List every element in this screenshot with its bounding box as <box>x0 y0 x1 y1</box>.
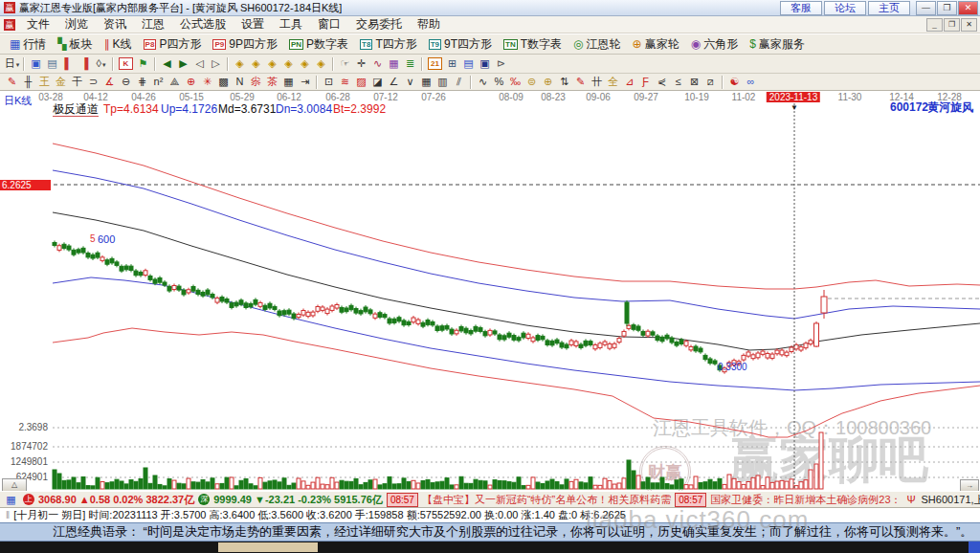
chart-window-icon[interactable]: ▣ <box>28 56 44 71</box>
infinity-icon[interactable]: ∞ <box>743 75 759 89</box>
data-transfer-icon[interactable]: ⊳ <box>493 56 509 71</box>
collapse-volume-button[interactable]: △ <box>2 478 27 491</box>
toolbar-p-square-button[interactable]: P8P四方形 <box>138 34 208 54</box>
mdi-restore-button[interactable]: ❐ <box>944 18 960 32</box>
toolbar-hexagon-button[interactable]: ◉六角形 <box>685 34 744 54</box>
chart-area[interactable]: 日K线03-2804-1204-2605-1505-2906-1206-2807… <box>0 91 980 491</box>
time-grid-icon[interactable]: ⋕ <box>134 75 150 89</box>
fan-lines-icon[interactable]: ≋ <box>337 75 353 89</box>
percentage-lines-icon[interactable]: 干 <box>69 75 85 89</box>
mdi-minimize-button[interactable]: _ <box>926 18 943 32</box>
angle-line-icon[interactable]: ∠ <box>386 75 402 89</box>
box-select-icon[interactable]: ⊡ <box>321 75 337 89</box>
toolbar-9t-square-button[interactable]: T99T四方形 <box>423 34 498 54</box>
annotate-icon[interactable]: ✎ <box>572 75 589 89</box>
maximize-button[interactable]: ❐ <box>937 1 957 15</box>
szse-index-quote[interactable]: 9999.49 ▼-23.21 -0.23% 5915.76亿 <box>213 493 383 507</box>
bar-style-icon[interactable]: ▐ <box>77 56 93 71</box>
gann-grid-icon[interactable]: ╫ <box>20 75 36 89</box>
sine-tool-icon[interactable]: ∿ <box>475 75 491 89</box>
parallel-lines-icon[interactable]: ⫽ <box>451 75 467 89</box>
toolbar-quotes-button[interactable]: ▦行情 <box>4 34 52 54</box>
fib-tool-icon[interactable]: Ƒ <box>637 75 654 89</box>
zoom-in-icon[interactable]: ◈ <box>248 56 264 71</box>
trend-curve-icon[interactable]: ∿ <box>369 56 386 71</box>
kline-indicator-icon[interactable]: K <box>119 57 133 70</box>
toolbar-t-square-button[interactable]: T8T四方形 <box>354 34 423 54</box>
next-bar-icon[interactable]: ▷ <box>208 56 224 71</box>
flag-marker-icon[interactable]: ⚑ <box>135 56 151 71</box>
zoom-out-icon[interactable]: ◈ <box>232 56 248 71</box>
report-icon[interactable]: ▤ <box>460 56 477 71</box>
matrix-icon[interactable]: ▦ <box>280 75 297 89</box>
cross-box-icon[interactable]: ⊠ <box>686 75 702 89</box>
spiral-icon[interactable]: ⊃ <box>85 75 101 89</box>
star-rays-icon[interactable]: ✳ <box>199 75 215 89</box>
slash-box-icon[interactable]: ⧄ <box>702 75 719 89</box>
gann-square-icon[interactable]: 王 <box>36 75 53 89</box>
leq-tool-icon[interactable]: ≤ <box>670 75 686 89</box>
ticker-stock[interactable]: SH600171,上海贝岭 <box>922 493 980 507</box>
menu-item-file[interactable]: 文件 <box>19 16 57 33</box>
column-grid-icon[interactable]: ▥ <box>434 75 451 89</box>
fence-icon[interactable]: 卄 <box>589 75 605 89</box>
pen-tool-icon[interactable]: ✎ <box>4 75 20 89</box>
grid-box-icon[interactable]: ▦ <box>418 75 434 89</box>
abacus-icon[interactable]: ≣ <box>402 56 418 71</box>
expand-vertical-icon[interactable]: ◈ <box>297 56 313 71</box>
close-button[interactable]: ✕ <box>958 1 978 15</box>
candle-style-icon[interactable]: ▌ <box>60 56 77 71</box>
yinyang-icon[interactable]: ☯ <box>726 75 743 89</box>
half-box-icon[interactable]: ◪ <box>369 75 386 89</box>
menu-item-settings[interactable]: 设置 <box>234 16 272 33</box>
extend-line-icon[interactable]: ⇥ <box>297 75 313 89</box>
calculator-panel-icon[interactable]: ▦ <box>3 493 19 507</box>
sse-index-quote[interactable]: 3068.90 ▲0.58 0.02% 3822.37亿 <box>38 493 194 507</box>
last-bar-icon[interactable]: ▶ <box>175 56 191 71</box>
scroll-right-button[interactable]: → <box>960 479 979 491</box>
menu-item-window[interactable]: 窗口 <box>310 16 348 33</box>
gann-fan-icon[interactable]: ⊕ <box>183 75 199 89</box>
menu-item-tools[interactable]: 工具 <box>272 16 310 33</box>
compress-vertical-icon[interactable]: ◈ <box>313 56 329 71</box>
toolbar-gann-wheel-button[interactable]: ◎江恩轮 <box>568 34 626 54</box>
wedge-icon[interactable]: ⋞ <box>654 75 670 89</box>
toolbar-9p-square-button[interactable]: P99P四方形 <box>207 34 282 54</box>
hand-cursor-icon[interactable]: ☞ <box>337 56 353 71</box>
toolbar-kline-button[interactable]: ∥K线 <box>99 34 138 54</box>
kefu-button[interactable]: 客服 <box>780 1 822 15</box>
right-triangle-icon[interactable]: ⊿ <box>621 75 637 89</box>
period-daily-dropdown[interactable]: 日▾ <box>4 56 20 71</box>
hatch-box-icon[interactable]: ▨ <box>353 75 369 89</box>
toolbar-sectors-button[interactable]: ▚板块 <box>52 34 98 54</box>
scrollbar-thumb[interactable] <box>218 542 318 552</box>
toolbar-t-table-button[interactable]: TNT数字表 <box>498 34 568 54</box>
grip-handle[interactable]: ‖ <box>6 510 10 520</box>
circle-levels-icon[interactable]: ⊜ <box>523 75 540 89</box>
vee-tool-icon[interactable]: ∨ <box>402 75 418 89</box>
minimize-button[interactable]: — <box>916 1 936 15</box>
luntan-button[interactable]: 论坛 <box>824 1 866 15</box>
news-headline[interactable]: 【盘中宝】又一新冠药“特仿”名单公布！相关原料药需 <box>422 493 671 507</box>
kline-chart[interactable] <box>0 91 980 491</box>
percent-icon[interactable]: % <box>491 75 507 89</box>
expand-horizontal-icon[interactable]: ◈ <box>264 56 280 71</box>
news-headline-2[interactable]: 国家卫健委：昨日新增本土确诊病例23： <box>710 493 901 507</box>
permille-icon[interactable]: ‰ <box>507 75 523 89</box>
circle-cross-icon[interactable]: ⊕ <box>540 75 556 89</box>
menu-item-browse[interactable]: 浏览 <box>57 16 96 33</box>
save-icon[interactable]: ▣ <box>477 56 493 71</box>
quote-board-icon[interactable]: ▤ <box>44 56 60 71</box>
crosshair-cursor-icon[interactable]: ✛ <box>353 56 369 71</box>
shade-grid-icon[interactable]: ▩ <box>215 75 232 89</box>
grid-tool-icon[interactable]: ▦ <box>386 56 402 71</box>
triangle-tool-icon[interactable]: ⟁ <box>167 75 183 89</box>
bottom-scrollbar[interactable] <box>0 542 980 553</box>
menu-item-help[interactable]: 帮助 <box>410 16 448 33</box>
mdi-close-button[interactable]: ✕ <box>961 18 977 32</box>
square-numbers-icon[interactable]: n² <box>150 75 167 89</box>
menu-item-gann[interactable]: 江恩 <box>134 16 172 33</box>
fractal-icon[interactable]: 尜 <box>248 75 264 89</box>
toolbar-winner-service-button[interactable]: $赢家服务 <box>744 34 811 54</box>
homepage-button[interactable]: 主页 <box>868 1 910 15</box>
